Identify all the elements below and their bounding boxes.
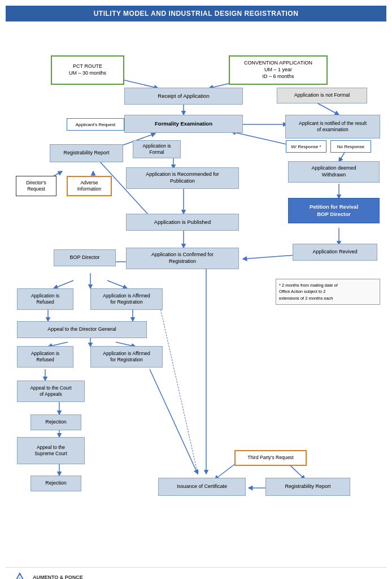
rejection-1-box: Rejection (31, 414, 81, 430)
receipt-box: Receipt of Application (124, 88, 243, 105)
directors-request-box: Director's Request (16, 176, 56, 196)
svg-line-6 (232, 132, 294, 146)
note-box: * 2 months from mailing date of Office A… (276, 279, 380, 305)
footer: AUMENTO & PONCE INTELLECTUAL PROPERTY FI… (6, 567, 386, 579)
pct-route-box: PCT ROUTE UM – 30 months (51, 55, 124, 85)
page-title: UTILITY MODEL AND INDUSTRIAL DESIGN REGI… (6, 6, 386, 21)
footer-text: AUMENTO & PONCE INTELLECTUAL PROPERTY FI… (33, 574, 104, 579)
app-refused-2-box: Application is Refused (17, 346, 73, 368)
appeal-supreme-box: Appeal to the Supreme Court (17, 437, 85, 464)
app-is-formal-box: Application is Formal (133, 140, 181, 158)
app-published-box: Application is Published (126, 214, 239, 231)
registrability-report-left-box: Registrability Report (50, 144, 123, 162)
third-party-box: Third Party's Request (234, 450, 307, 466)
app-affirmed-1-box: Application is Affirmed for Registration (90, 288, 163, 310)
recommended-pub-box: Application is Recommended for Publicati… (126, 167, 239, 189)
appeal-court-box: Appeal to the Court of Appeals (17, 381, 85, 402)
confirmed-reg-box: Application is Confirmed for Registratio… (126, 248, 239, 269)
convention-app-box: CONVENTION APPLICATION UM – 1 year ID – … (229, 55, 328, 85)
appeal-director-general-box: Appeal to the Director General (17, 321, 147, 338)
app-affirmed-2-box: Application is Affirmed for Registration (90, 346, 163, 368)
no-response-box: No Response (330, 140, 371, 153)
formality-exam-box: Formality Examination (124, 115, 243, 133)
adverse-info-box: Adverse Information (67, 176, 112, 196)
bop-director-box: BOP Director (54, 249, 116, 266)
flow-diagram: PCT ROUTE UM – 30 months CONVENTION APPL… (6, 27, 386, 564)
rejection-2-box: Rejection (31, 476, 81, 491)
svg-line-38 (158, 299, 198, 474)
registrability-report-right-box: Registrability Report (265, 478, 350, 496)
page-container: UTILITY MODEL AND INDUSTRIAL DESIGN REGI… (0, 0, 392, 579)
svg-line-27 (150, 369, 198, 474)
app-deemed-withdrawn-box: Application deemed Withdrawn (288, 161, 380, 183)
issuance-box: Issuance of Certificate (158, 478, 246, 496)
w-response-box: W/ Response * (286, 140, 326, 153)
svg-line-20 (107, 280, 127, 288)
petition-revival-box: Petition for Revival BOP Director (288, 198, 380, 223)
applicants-request-box: Applicant's Request (67, 118, 124, 131)
svg-line-19 (54, 280, 73, 288)
notified-result-box: Applicant is notified of the result of e… (285, 115, 380, 139)
app-refused-1-box: Application is Refused (17, 288, 73, 310)
not-formal-box: Application is not Formal (277, 88, 367, 103)
app-revived-box: Application Revived (293, 244, 377, 261)
svg-marker-40 (15, 577, 25, 579)
firm-logo (11, 572, 28, 579)
